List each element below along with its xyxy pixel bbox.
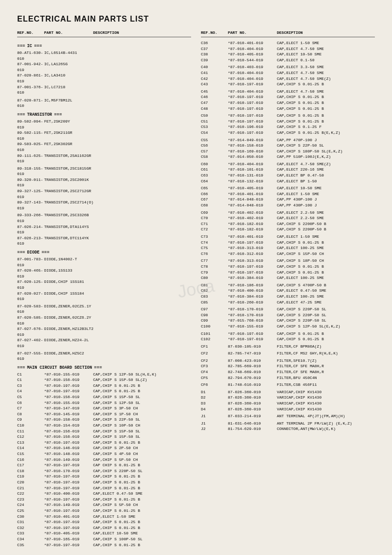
ref: C50 xyxy=(201,113,228,119)
list-item: C69 *87-010-402-019 CAP,ELECT 2.2-50 SME xyxy=(201,210,375,216)
list-item: D1 87-026-360-010 VARICAP,CHIP KV1430 xyxy=(201,389,375,395)
part: *87-010-197-019 xyxy=(44,479,93,485)
desc xyxy=(93,200,191,211)
ref: 87-020-871-010 xyxy=(17,98,44,109)
desc xyxy=(93,315,191,326)
ref: 89-327-125-019 xyxy=(17,188,44,200)
desc xyxy=(93,268,191,279)
left-desc-header: DESCRIPTION xyxy=(93,30,191,35)
list-item: C42 *87-010-404-019 CAP,ELECT 4.7-50 SME… xyxy=(201,76,375,82)
part: *87-010-402-019 xyxy=(228,215,277,221)
desc: CAP,ELECT 10-50 SME xyxy=(277,51,375,57)
ref: C23 xyxy=(17,497,44,503)
ref: 89-327-143-019 xyxy=(17,200,44,211)
list-item: 87-020-583-010 DIODE,ZENER,02CZ5.1Y xyxy=(17,303,191,315)
part: 87-026-360-010 xyxy=(228,389,277,395)
list-item: C50 *87-010-197-019 CAP,CHIP S 0.01-25 B xyxy=(201,113,375,119)
list-item: C85 *87-010-260-019 CAP,ELECT 47-25 SME xyxy=(201,300,375,305)
ref: C34 xyxy=(17,536,44,542)
desc: CAP,ELECT BP 1-50 xyxy=(277,178,375,184)
part: *87-010-404-019 xyxy=(228,70,277,76)
part: *87-010-197-019 xyxy=(228,240,277,246)
ref: C1 xyxy=(17,372,44,378)
part: *87-010-170-019 xyxy=(228,306,277,312)
desc xyxy=(93,84,191,96)
list-item: C75 *87-010-313-019 CAP,ELECT 100-25 SME xyxy=(201,245,375,251)
desc: CAP,ELECT 47-25 SME xyxy=(277,300,375,305)
ref: 87-001-783-019 xyxy=(17,256,44,268)
part: TRANSISTOR,DTC114YK xyxy=(44,235,93,247)
desc: CAP,ELECT 100-25 SME xyxy=(277,245,375,251)
right-parts-list: C36 *87-010-401-019 CAP,ELECT 1-50 SME C… xyxy=(201,40,375,432)
ref: D2 xyxy=(201,395,228,401)
part: *87-010-197-019 xyxy=(228,336,277,342)
part: 81-631-646-010 xyxy=(228,421,277,427)
left-column: ≡≡≡ IC ≡≡≡ 80-AT1-630-010 IC,L6514B-4431… xyxy=(17,40,191,548)
list-item: C74 *87-010-197-019 CAP,CHIP S 0.01-25 B xyxy=(201,240,375,246)
part: 82-785-669-010 xyxy=(228,363,277,369)
ref: CF3 xyxy=(201,363,228,369)
ref: 87-027-676-019 xyxy=(17,326,44,337)
list-item: C63 *87-010-131-019 CAP,ELECT BP 0.47-50 xyxy=(201,173,375,178)
right-desc-header: DESCRIPTION xyxy=(277,30,375,35)
desc: CAP,PP 470P-100 J xyxy=(277,137,375,143)
list-item: C6 *87-010-155-019 CAP,CHIP S 12P-50 SL xyxy=(17,400,191,406)
list-item: 87-027-676-019 DIODE,ZENER,HZ12B3LT2 xyxy=(17,326,191,337)
part: DIODE,CHIP 1SS184 xyxy=(44,291,93,302)
part: 87-033-214-019 xyxy=(228,413,277,419)
part: *87-010-197-019 xyxy=(44,485,93,491)
desc: VARICAP,CHIP KV1430 xyxy=(277,406,375,412)
list-item: 87-020-585-010 DIODE,ZENER,02CZ6.2Y xyxy=(17,315,191,326)
part: *87-010-312-019 xyxy=(228,251,277,257)
part: *87-010-197-019 xyxy=(44,508,93,514)
desc: VARICAP,CHIP KV1430 xyxy=(277,389,375,395)
ref: C1 xyxy=(17,377,44,383)
ref: C57 xyxy=(201,149,228,154)
list-item: C79 *87-010-197-019 CAP,CHIP S 0.01-25 B xyxy=(201,270,375,276)
desc xyxy=(93,337,191,349)
desc: CAP,ELECT 3.3-50 SME xyxy=(277,64,375,70)
desc: CAP,ELECT 0.1-50 xyxy=(277,57,375,63)
list-item: C24 *87-010-149-019 CAP,CHIP S 5P-50 CH xyxy=(17,502,191,508)
list-item: C1 *87-010-155-019 CAP,CHIP S 12P-50 SL(… xyxy=(17,372,191,378)
list-item: C36 *87-010-401-019 CAP,ELECT 1-50 SME xyxy=(201,40,375,46)
desc: CAP,CHIP S 0.01-25 B xyxy=(93,525,191,531)
ref: C20 xyxy=(17,479,44,485)
ref: D3 xyxy=(201,401,228,406)
desc: CAP,CHIP S 0.01-25 B xyxy=(277,81,375,87)
list-item: C12 *87-010-156-019 CAP,CHIP S 15P-50 SL xyxy=(17,434,191,440)
part: *87-010-384-019 xyxy=(228,294,277,300)
desc: CAP,CHIP S 2P-50 CH xyxy=(93,445,191,451)
desc xyxy=(93,177,191,188)
part: *87-010-401-019 xyxy=(44,514,93,520)
list-item: C38 *87-010-405-019 CAP,ELECT 10-50 SME xyxy=(201,51,375,57)
desc: ANT TERMINAL 4P(JT)(FM,AM)(H) xyxy=(277,413,375,419)
desc xyxy=(93,188,191,200)
list-item: C30 *87-010-401-019 CAP,ELECT 1-50 SME xyxy=(17,514,191,520)
desc xyxy=(93,303,191,315)
part: *87-010-197-019 xyxy=(44,474,93,479)
desc: CAP,CHIP S 0.01-25 B xyxy=(277,336,375,342)
ref: C45 xyxy=(201,89,228,95)
desc: CAP,CHIP S 100P-50 SL xyxy=(93,536,191,542)
ref: C18 xyxy=(17,468,44,474)
ref: CF2 xyxy=(201,358,228,364)
part: 82-794-670-019 xyxy=(228,375,277,381)
desc xyxy=(93,61,191,73)
desc: CAP,CHIP S 180P-50 SL(E,K,Z) xyxy=(277,149,375,154)
desc: CAP,ELECT 1-50 SME xyxy=(93,514,191,520)
part: 87-026-360-010 xyxy=(228,401,277,406)
part: FET,2SK302GR xyxy=(44,141,93,152)
desc: CAP,CHIP S 0.01-25 B xyxy=(93,383,191,389)
ref: C55 xyxy=(201,137,228,143)
list-item: 80-AT1-630-010 IC,L6514B-4431 xyxy=(17,50,191,61)
desc: CAP,ELECT 0.47-50 SME xyxy=(277,288,375,294)
desc xyxy=(93,130,191,141)
ref: C46 xyxy=(201,94,228,100)
ref: C51 xyxy=(201,119,228,125)
desc: CAP,CHIP S 0.01-25 B xyxy=(277,331,375,337)
part: DIODE,ZENER,02CZ6.2Y xyxy=(44,315,93,326)
part: FET,2SK211GR xyxy=(44,130,93,141)
list-item: C64 *87-010-132-019 CAP,ELECT BP 1-50 xyxy=(201,178,375,184)
desc: CAP,ELECT 4.7-50 SME xyxy=(277,89,375,95)
